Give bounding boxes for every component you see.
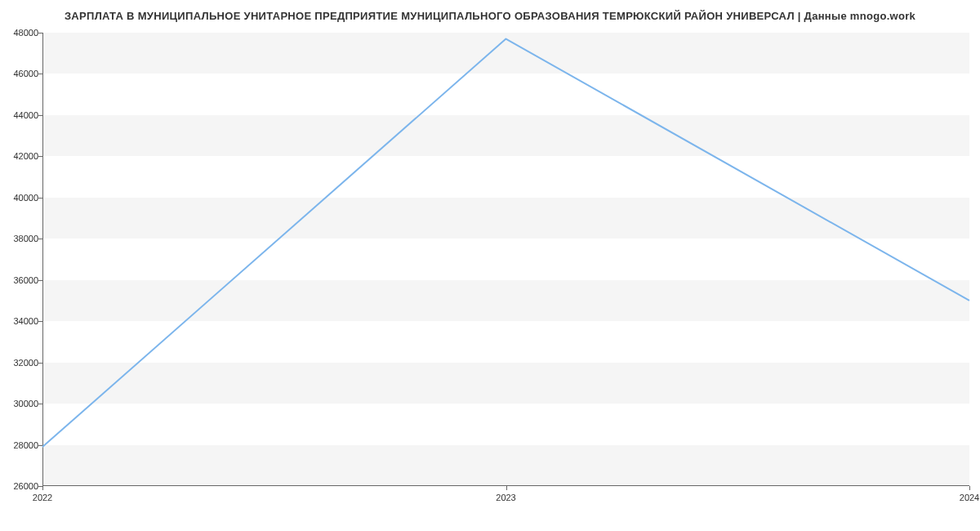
y-tick-mark bbox=[38, 33, 42, 33]
x-tick-mark bbox=[42, 486, 43, 490]
x-tick-mark bbox=[506, 486, 507, 490]
y-tick-label: 28000 bbox=[13, 440, 38, 450]
x-tick-mark bbox=[969, 486, 970, 490]
y-tick-mark bbox=[38, 115, 42, 116]
y-tick-mark bbox=[38, 363, 42, 364]
y-tick-mark bbox=[38, 156, 42, 157]
y-tick-label: 34000 bbox=[13, 316, 38, 326]
y-tick-label: 32000 bbox=[13, 358, 38, 368]
y-tick-label: 48000 bbox=[13, 28, 38, 38]
y-tick-label: 46000 bbox=[13, 69, 38, 78]
y-tick-mark bbox=[38, 239, 42, 239]
chart-title: ЗАРПЛАТА В МУНИЦИПАЛЬНОЕ УНИТАРНОЕ ПРЕДП… bbox=[0, 10, 980, 22]
x-tick-label: 2022 bbox=[33, 493, 52, 502]
y-tick-mark bbox=[38, 321, 42, 322]
y-tick-mark bbox=[38, 280, 42, 281]
line-svg bbox=[42, 33, 969, 486]
y-tick-label: 42000 bbox=[13, 151, 38, 161]
y-tick-label: 26000 bbox=[13, 481, 38, 491]
y-tick-mark bbox=[38, 74, 42, 74]
y-tick-label: 40000 bbox=[13, 193, 38, 203]
y-tick-label: 36000 bbox=[13, 275, 38, 285]
y-tick-label: 30000 bbox=[13, 399, 38, 408]
y-tick-label: 44000 bbox=[13, 110, 38, 120]
y-tick-label: 38000 bbox=[13, 234, 38, 243]
x-tick-label: 2024 bbox=[960, 493, 979, 502]
plot-area: 202220232024 bbox=[42, 33, 969, 486]
chart-container: ЗАРПЛАТА В МУНИЦИПАЛЬНОЕ УНИТАРНОЕ ПРЕДП… bbox=[0, 0, 980, 531]
y-tick-mark bbox=[38, 445, 42, 446]
y-tick-mark bbox=[38, 198, 42, 199]
x-tick-label: 2023 bbox=[496, 493, 515, 502]
data-line bbox=[42, 39, 969, 448]
y-tick-mark bbox=[38, 404, 42, 404]
